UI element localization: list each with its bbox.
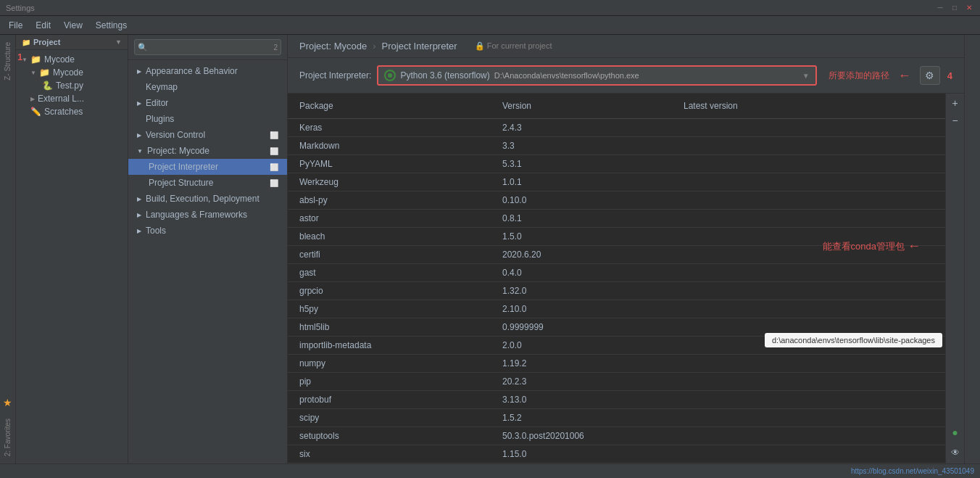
settings-tree: ▶ Appearance & Behavior Keymap ▶ Editor … (128, 60, 287, 463)
menu-view[interactable]: View (58, 19, 88, 32)
favorites-star[interactable]: ★ (3, 397, 12, 408)
package-latest-cell (672, 155, 964, 173)
settings-item-interpreter[interactable]: Project Interpreter ⬜ 3 (128, 159, 287, 175)
package-name-cell: Markdown (288, 137, 491, 154)
close-btn[interactable]: ✕ (964, 3, 974, 13)
minimize-btn[interactable]: ─ (935, 3, 945, 13)
settings-item-editor[interactable]: ▶ Editor (128, 95, 287, 111)
breadcrumb-part1: Project: Mycode (299, 41, 367, 51)
settings-interpreter-label: Project Interpreter (149, 162, 218, 172)
tree-item-label-5: Scratches (44, 107, 83, 117)
table-row[interactable]: six 1.15.0 (288, 445, 964, 463)
package-name-cell: pip (288, 373, 491, 390)
package-latest-cell (672, 355, 964, 372)
package-latest-cell (672, 300, 964, 318)
maximize-btn[interactable]: □ (950, 3, 960, 13)
table-row[interactable]: scipy 1.5.2 (288, 409, 964, 427)
settings-item-structure[interactable]: Project Structure ⬜ (128, 175, 287, 191)
project-icon: ⬜ (270, 147, 278, 155)
table-row[interactable]: gast 0.4.0 (288, 264, 964, 282)
package-name-cell: Werkzeug (288, 173, 491, 191)
tree-item-mycode-root[interactable]: ▼ 📁 Mycode 1 (16, 53, 128, 66)
search-wrapper: 🔍 2 (134, 39, 281, 55)
table-row[interactable]: grpcio 1.32.0 (288, 282, 964, 300)
title-bar-controls: ─ □ ✕ (935, 3, 974, 13)
title-bar-label: Settings (6, 4, 35, 12)
settings-item-languages[interactable]: ▶ Languages & Frameworks (128, 207, 287, 223)
table-row[interactable]: protobuf 3.13.0 (288, 391, 964, 409)
tree-item-external[interactable]: ▶ External L... (16, 92, 128, 105)
package-latest-cell (672, 282, 964, 300)
expand-arrow-3: ▶ (137, 132, 141, 139)
add-package-btn[interactable]: + (947, 95, 963, 111)
settings-panel: 🔍 2 ▶ Appearance & Behavior Keymap ▶ Edi… (128, 35, 288, 463)
table-row[interactable]: absl-py 0.10.0 (288, 191, 964, 210)
settings-item-appearance[interactable]: ▶ Appearance & Behavior (128, 63, 287, 79)
tree-item-label: Mycode (44, 54, 75, 65)
table-row[interactable]: Keras 2.4.3 (288, 119, 964, 137)
table-row[interactable]: numpy 1.19.2 (288, 355, 964, 373)
menu-edit[interactable]: Edit (30, 19, 57, 32)
project-tree: ▼ 📁 Mycode 1 ▼ 📁 Mycode 🐍 Test.py ▶ Exte… (16, 50, 128, 463)
interpreter-select[interactable]: Python 3.6 (tensorflow) D:\Anaconda\envs… (377, 65, 816, 86)
package-latest-cell (672, 210, 964, 227)
package-version-cell: 1.19.2 (491, 355, 672, 372)
eye-btn[interactable]: 👁 (947, 445, 963, 461)
far-right-tabs (964, 35, 980, 463)
menu-file[interactable]: File (3, 19, 28, 32)
settings-item-build[interactable]: ▶ Build, Execution, Deployment (128, 191, 287, 207)
header-package: Package (288, 98, 491, 114)
header-latest: Latest version (672, 98, 964, 114)
settings-item-keymap[interactable]: Keymap (128, 79, 287, 95)
interpreter-icon: ⬜ (270, 163, 278, 171)
tree-item-scratches[interactable]: ✏️ Scratches (16, 105, 128, 118)
package-latest-cell (672, 191, 964, 209)
table-row[interactable]: PyYAML 5.3.1 (288, 155, 964, 173)
table-row[interactable]: setuptools 50.3.0.post20201006 (288, 427, 964, 445)
package-name-cell: h5py (288, 300, 491, 318)
settings-item-vcs[interactable]: ▶ Version Control ⬜ (128, 127, 287, 143)
interpreter-label: Project Interpreter: (299, 70, 371, 81)
package-version-cell: 1.5.2 (491, 409, 672, 427)
expand-arrow-7: ▶ (137, 228, 141, 234)
favorites-tab[interactable]: 2: Favorites (1, 414, 14, 461)
menu-bar: File Edit View Settings (0, 16, 980, 35)
table-row[interactable]: pip 20.2.3 (288, 373, 964, 391)
package-latest-cell (672, 137, 964, 154)
settings-search-input[interactable] (134, 39, 281, 55)
tree-item-mycode[interactable]: ▼ 📁 Mycode (16, 66, 128, 79)
refresh-btn[interactable]: ● (947, 424, 963, 440)
package-name-cell: six (288, 445, 491, 463)
settings-item-plugins[interactable]: Plugins (128, 111, 287, 127)
python-icon (384, 70, 396, 81)
tree-item-testpy[interactable]: 🐍 Test.py (16, 79, 128, 92)
remove-package-btn[interactable]: − (947, 112, 963, 128)
for-current-project-label: For current project (487, 41, 552, 50)
structure-tab[interactable]: Z- Structure (1, 38, 14, 85)
package-version-cell: 0.4.0 (491, 264, 672, 281)
package-name-cell: bleach (288, 228, 491, 245)
package-latest-cell (672, 427, 964, 445)
table-row[interactable]: Markdown 3.3 (288, 137, 964, 155)
folder-icon-2: 📁 (39, 67, 50, 78)
interpreter-select-inner: Python 3.6 (tensorflow) D:\Anaconda\envs… (384, 70, 799, 81)
package-version-cell: 20.2.3 (491, 373, 672, 390)
expand-arrow-6: ▶ (137, 212, 141, 218)
package-latest-cell (672, 391, 964, 408)
settings-item-project[interactable]: ▼ Project: Mycode ⬜ (128, 143, 287, 159)
tree-item-label-2: Mycode (53, 67, 83, 78)
settings-structure-label: Project Structure (149, 178, 213, 188)
conda-annotation: 能查看conda管理包 ← (823, 239, 921, 254)
table-row[interactable]: Werkzeug 1.0.1 (288, 173, 964, 191)
settings-item-tools[interactable]: ▶ Tools (128, 223, 287, 239)
table-row[interactable]: astor 0.8.1 (288, 210, 964, 228)
left-panel-header: 📁 Project ▼ (16, 35, 128, 50)
menu-settings[interactable]: Settings (90, 19, 133, 32)
package-version-cell: 2.10.0 (491, 300, 672, 318)
project-panel-arrow[interactable]: ▼ (115, 38, 122, 46)
header-version: Version (491, 98, 672, 114)
status-url[interactable]: https://blog.csdn.net/weixin_43501049 (851, 467, 974, 475)
interpreter-gear-btn[interactable]: ⚙ (920, 66, 940, 85)
table-row[interactable]: h5py 2.10.0 (288, 300, 964, 318)
settings-editor-label: Editor (146, 98, 168, 108)
